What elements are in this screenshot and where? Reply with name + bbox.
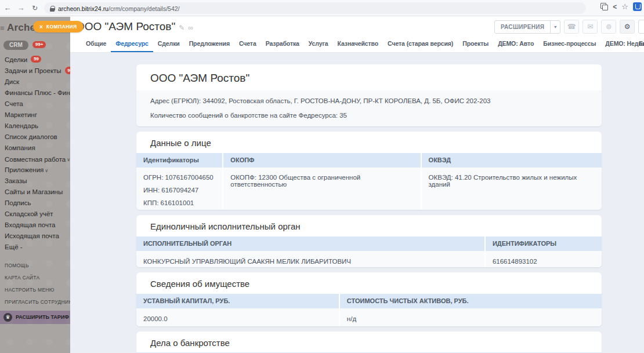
sidebar-item-inbox-mail[interactable]: Входящая почта: [0, 220, 70, 231]
bankruptcy-card: Дела о банкротстве: [136, 332, 602, 353]
sidebar-item-label: Входящая почта: [5, 221, 55, 228]
app-frame: ≡ Archeon CRM 99+ Сделки 59 Задачи и Про…: [0, 17, 644, 353]
company-summary-card: ООО "АЭМ Ростов" Адрес (ЕГРЮЛ): 344092, …: [136, 64, 602, 126]
person-table-header: Идентификаторы ОКОПФ ОКВЭД: [136, 153, 602, 168]
person-table-row: ОГРН: 1076167004650 ИНН: 6167094247 КПП:…: [136, 168, 602, 210]
chevron-down-icon: ∨: [45, 168, 48, 173]
footer-link-invite-employees[interactable]: ПРИГЛАСИТЬ СОТРУДНИКОВ: [0, 296, 70, 308]
extensions-dropdown-icon[interactable]: ▾: [550, 21, 560, 33]
document-button[interactable]: ДОКУМЕНТ: [638, 20, 644, 34]
sidebar-item-label: Список диалогов: [5, 133, 57, 140]
edit-title-icon[interactable]: ✎: [179, 24, 184, 32]
footer-link-sitemap[interactable]: КАРТА САЙТА: [0, 272, 70, 284]
sidebar-item-finance-plus[interactable]: Финансы Плюс - Фина...: [0, 87, 70, 98]
property-card-title: Сведения об имуществе: [136, 272, 602, 294]
tab-treasury[interactable]: Казначейство: [333, 36, 383, 52]
col-executive-id: ИДЕНТИФИКАТОРЫ: [486, 236, 602, 251]
chat-button[interactable]: ⊚: [601, 20, 616, 34]
sidebar-item-label: Задачи и Проекты: [5, 67, 61, 74]
counter-badge: 59: [31, 56, 41, 63]
chat-icon: ⊚: [606, 23, 612, 31]
ogrn-value: ОГРН: 1076167004650: [143, 174, 215, 181]
sidebar-item-calendar[interactable]: Календарь: [0, 120, 70, 131]
browser-back-button[interactable]: ←: [2, 2, 13, 14]
footer-link-help[interactable]: ПОМОЩЬ: [0, 260, 70, 272]
executive-name-cell: КОНКУРСНЫЙ УПРАВЛЯЮЩИЙ СААКЯН МЕЛИК ЛИБА…: [136, 251, 484, 267]
upgrade-plan-button[interactable]: ♛ РАСШИРИТЬ ТАРИФ: [0, 311, 70, 324]
sidebar-footer: ПОМОЩЬ КАРТА САЙТА НАСТРОИТЬ МЕНЮ ПРИГЛА…: [0, 260, 70, 308]
slider-close-badge[interactable]: × КОМПАНИЯ: [33, 21, 84, 32]
tab-fedresurs[interactable]: Федресурс: [111, 36, 153, 52]
translate-icon[interactable]: [600, 3, 608, 10]
sidebar: ≡ Archeon CRM 99+ Сделки 59 Задачи и Про…: [0, 17, 70, 353]
property-table-row: 20000.0 н/д: [136, 308, 602, 326]
sidebar-item-label: Сайты и Магазины: [5, 188, 63, 195]
sidebar-item-dialogs[interactable]: Список диалогов: [0, 131, 70, 142]
browser-toolbar: ← → ↻ archeon.bitrix24.ru/crm/company/de…: [0, 0, 644, 16]
net-assets-cell: н/д: [340, 308, 602, 326]
capital-cell: 20000.0: [136, 308, 339, 326]
col-identifiers: Идентификаторы: [136, 153, 222, 168]
tab-demo-auto[interactable]: ДЕМО: Авто: [493, 36, 538, 52]
tab-invoices-old[interactable]: Счета (старая версия): [383, 36, 458, 52]
tab-invoices[interactable]: Счета: [234, 36, 261, 52]
sidebar-item-label: Сделки: [5, 56, 27, 63]
tab-bar: Общие Федресурс Сделки Предложения Счета…: [70, 36, 644, 53]
extensions-button[interactable]: РАСШИРЕНИЯ ▾: [494, 20, 560, 34]
sidebar-item-label: Совместная работа: [5, 155, 66, 162]
email-button[interactable]: ✉: [583, 20, 598, 34]
sidebar-item-crm[interactable]: CRM: [3, 41, 28, 50]
bookmark-star-icon[interactable]: ☆: [621, 2, 628, 11]
hamburger-menu-icon[interactable]: ≡: [0, 24, 5, 32]
lock-icon: [50, 6, 55, 12]
sidebar-item-label: Заказы: [5, 177, 27, 184]
executive-card-title: Единоличный исполнительный орган: [136, 215, 602, 236]
sidebar-item-tasks[interactable]: Задачи и Проекты 99+: [0, 65, 70, 77]
inn-value: ИНН: 6167094247: [143, 187, 215, 194]
tab-development[interactable]: Разработка: [261, 36, 304, 52]
person-card-title: Данные о лице: [136, 132, 602, 153]
settings-button[interactable]: ⚙: [620, 20, 635, 34]
tab-service[interactable]: Услуга: [304, 36, 333, 52]
sidebar-item-label: Компания: [5, 144, 35, 151]
col-net-assets: СТОИМОСТЬ ЧИСТЫХ АКТИВОВ, РУБ.: [340, 294, 602, 308]
sidebar-item-inventory[interactable]: Складской учёт: [0, 209, 70, 220]
tab-projects[interactable]: Проекты: [458, 36, 493, 52]
browser-reload-button[interactable]: ↻: [29, 2, 41, 14]
sidebar-item-disk[interactable]: Диск: [0, 76, 70, 87]
address-bar[interactable]: archeon.bitrix24.ru/crm/company/details/…: [44, 2, 586, 14]
close-icon: ×: [39, 24, 43, 30]
sidebar-item-company[interactable]: Компания: [0, 142, 70, 153]
tab-content: ООО "АЭМ Ростов" Адрес (ЕГРЮЛ): 344092, …: [70, 53, 644, 353]
sidebar-item-sites[interactable]: Сайты и Магазины: [0, 187, 70, 198]
footer-link-configure-menu[interactable]: НАСТРОИТЬ МЕНЮ: [0, 284, 70, 296]
sidebar-item-sign[interactable]: Подпись: [0, 198, 70, 209]
tab-business-processes[interactable]: Бизнес-процессы: [538, 36, 600, 52]
copy-link-icon[interactable]: ∞: [188, 24, 193, 32]
sidebar-item-more[interactable]: Ещё -: [0, 242, 70, 253]
col-okved: ОКВЭД: [422, 153, 602, 168]
sidebar-item-outbox-mail[interactable]: Исходящая почта: [0, 231, 70, 242]
browser-forward-button[interactable]: →: [15, 2, 27, 14]
tab-deals[interactable]: Сделки: [153, 36, 184, 52]
sidebar-item-marketing[interactable]: Маркетинг: [0, 109, 70, 120]
tab-more[interactable]: Ещё: [634, 36, 644, 51]
sidebar-item-label: Исходящая почта: [5, 232, 59, 239]
share-icon[interactable]: <: [613, 3, 617, 11]
company-card-title: ООО "АЭМ Ростов": [136, 64, 602, 90]
col-capital: УСТАВНЫЙ КАПИТАЛ, РУБ.: [136, 294, 339, 308]
sidebar-item-collaboration[interactable]: Совместная работа∨ 1: [0, 153, 70, 165]
sidebar-item-label: Счета: [5, 100, 23, 107]
identifiers-cell: ОГРН: 1076167004650 ИНН: 6167094247 КПП:…: [136, 168, 222, 210]
call-button[interactable]: ☎: [564, 20, 579, 34]
tab-general[interactable]: Общие: [81, 36, 111, 52]
extension-icon[interactable]: [633, 2, 642, 11]
col-okopf: ОКОПФ: [223, 153, 420, 168]
crm-row: CRM 99+: [3, 39, 70, 50]
sidebar-item-invoices[interactable]: Счета: [0, 98, 70, 109]
sidebar-item-orders[interactable]: Заказы: [0, 176, 70, 187]
sidebar-item-applications[interactable]: Приложения∨: [0, 165, 70, 176]
tab-quotes[interactable]: Предложения: [184, 36, 234, 52]
sidebar-item-label: Складской учёт: [5, 210, 53, 217]
sidebar-item-deals[interactable]: Сделки 59: [0, 53, 70, 65]
